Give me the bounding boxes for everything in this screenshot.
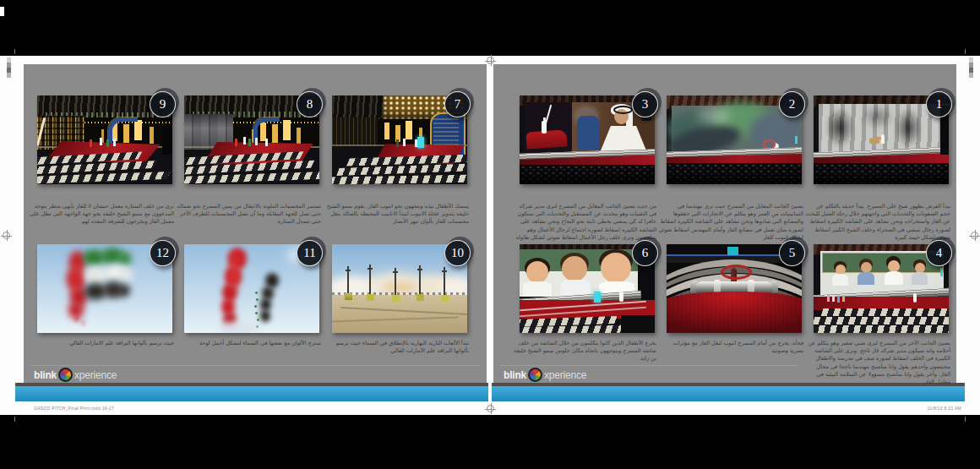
panel-number: 1 — [936, 98, 943, 111]
art-layer — [117, 252, 132, 265]
art-layer — [395, 268, 396, 297]
art-layer — [383, 281, 416, 293]
panel-number-badge: 11 — [297, 240, 323, 266]
art-layer — [832, 274, 848, 286]
panel-number: 6 — [642, 247, 649, 259]
art-layer — [419, 265, 421, 297]
art-layer — [523, 281, 552, 297]
storyboard-panel: 1 يبدأ العرض بظهور شيخ على المسرح. يبدأ … — [814, 95, 949, 184]
art-layer — [346, 270, 351, 271]
panel-caption: يبدأ العرض بظهور شيخ على المسرح. يبدأ حد… — [805, 203, 950, 242]
panel-caption: يضيئ الجانب المقابل من المسرح حيث نرى مه… — [658, 203, 803, 242]
panel-caption: يمسك الأطفال بيده ويتجهون نحو انبوب الغا… — [324, 203, 469, 226]
panel-number: 2 — [789, 98, 796, 111]
art-layer — [384, 123, 389, 139]
art-layer — [444, 267, 445, 297]
art-layer — [417, 137, 424, 148]
brand-word-blink: blink — [34, 369, 57, 381]
panel-caption: فجأة. يخرج من أمام المسرح انبوب لنقل الغ… — [658, 340, 803, 355]
panel-number: 4 — [936, 247, 943, 259]
art-layer — [881, 134, 885, 144]
art-layer — [869, 138, 879, 144]
art-layer — [71, 259, 81, 297]
brand-logo: blink xperience — [34, 368, 117, 381]
footer-blue-bar — [492, 386, 965, 401]
brand-word-blink: blink — [504, 369, 526, 381]
art-layer — [577, 116, 599, 150]
art-layer — [940, 268, 943, 276]
panel-number: 5 — [789, 247, 796, 259]
art-layer — [74, 315, 79, 322]
storyboard-panel: 9 نرى من خلف الستارة معمل حبشان ٥ للغاز … — [37, 95, 172, 184]
art-layer — [795, 136, 798, 144]
panel-number: 12 — [156, 247, 169, 259]
art-layer — [230, 253, 238, 292]
color-calibration-bar — [7, 57, 11, 78]
art-layer — [814, 163, 949, 184]
art-layer — [332, 117, 381, 146]
art-layer — [732, 268, 736, 271]
art-layer — [520, 325, 623, 333]
panel-caption: تمتزج الألوان مع بعضها في السماء لتشكل أ… — [176, 340, 321, 347]
art-layer — [888, 260, 900, 272]
art-layer — [621, 315, 655, 333]
brand-word-xperience: xperience — [74, 369, 117, 381]
art-layer — [814, 325, 949, 333]
art-layer — [260, 310, 270, 322]
storyboard-panel: 7 يمسك الأطفال بيده ويتجهون نحو انبوب ال… — [332, 95, 467, 184]
art-layer — [37, 172, 170, 184]
panel-number: 11 — [303, 247, 315, 259]
panel-caption: من جديد يضيئ الجانب المقابل من المسرح لن… — [511, 203, 656, 249]
panel-number: 3 — [642, 98, 649, 111]
art-layer — [912, 272, 928, 285]
art-layer — [526, 261, 548, 283]
art-layer — [260, 298, 271, 311]
art-layer — [403, 139, 406, 146]
art-layer — [162, 126, 172, 155]
art-layer — [520, 165, 655, 184]
art-layer — [243, 137, 246, 145]
storyboard-panel: 11 تمتزج الألوان مع بعضها في السماء لتشك… — [184, 244, 319, 333]
art-layer — [120, 268, 133, 281]
art-layer — [619, 292, 623, 302]
crop-mark — [14, 49, 15, 54]
art-layer — [858, 272, 874, 285]
panel-caption: يخرج الأطفال الذين كانوا يتكلمون من خلال… — [511, 340, 656, 363]
art-layer — [369, 264, 371, 297]
crop-mark — [965, 417, 966, 422]
art-layer — [100, 138, 102, 145]
crop-mark — [14, 417, 15, 422]
storyboard-panel: 4 يضيئ الجانب الآخر من المسرح لنرى صبي ص… — [814, 244, 949, 333]
panel-number-badge: 3 — [632, 91, 658, 117]
panel-number-badge: 7 — [444, 91, 471, 117]
panel-number-badge: 1 — [926, 91, 952, 117]
art-layer — [827, 295, 830, 302]
print-slug-filename: GASCO PITCH_Final Print.indd 16-17 — [34, 406, 114, 411]
panel-number-badge: 2 — [779, 91, 805, 117]
art-layer — [697, 107, 731, 124]
panel-number-badge: 6 — [632, 240, 658, 266]
art-layer — [885, 271, 903, 285]
art-layer — [667, 292, 802, 333]
art-layer — [542, 121, 547, 134]
storyboard-panel: 5 فجأة. يخرج من أمام المسرح انبوب لنقل ا… — [667, 244, 802, 333]
panel-number-badge: 8 — [297, 91, 323, 117]
brand-logo: blink xperience — [504, 368, 586, 381]
registration-mark — [487, 57, 494, 64]
storyboard-panel: 10 تبدأ الألعاب النارية النهارية بالإنطل… — [332, 244, 467, 333]
footer-divider — [500, 365, 798, 366]
art-layer — [727, 247, 738, 255]
panel-number-badge: 5 — [779, 240, 805, 266]
art-layer — [562, 256, 587, 281]
storyboard-panel: 12 حيث ترسم بألوانها البراقة علم الامارا… — [37, 244, 172, 333]
storyboard-panel: 2 يضيئ الجانب المقابل من المسرح حيث نرى … — [667, 95, 802, 184]
art-layer — [345, 293, 352, 300]
edge-artifact — [0, 7, 4, 16]
art-layer — [667, 163, 802, 184]
art-layer — [81, 320, 85, 325]
colorwheel-icon — [58, 368, 73, 382]
art-layer — [218, 322, 260, 333]
registration-mark — [971, 232, 978, 239]
panel-number-badge: 10 — [444, 240, 471, 266]
art-layer — [255, 292, 258, 294]
